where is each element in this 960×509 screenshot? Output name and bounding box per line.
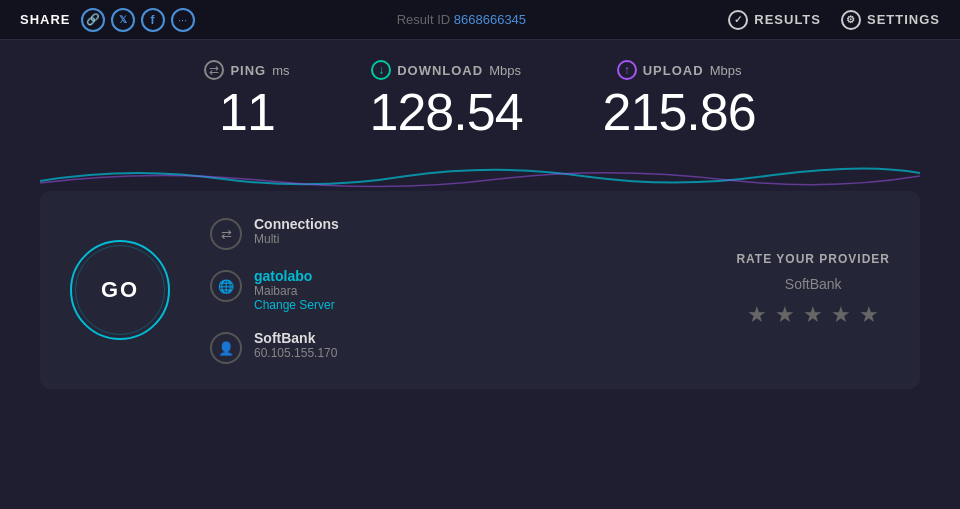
connections-icon: ⇄ (210, 218, 242, 250)
go-label: GO (101, 277, 139, 303)
stars-container: ★ ★ ★ ★ ★ (747, 302, 879, 328)
rate-title: RATE YOUR PROVIDER (736, 252, 890, 266)
result-id[interactable]: 8668666345 (454, 12, 526, 27)
star-3[interactable]: ★ (803, 302, 823, 328)
download-unit: Mbps (489, 63, 521, 78)
provider-ip: 60.105.155.170 (254, 346, 337, 360)
rate-provider-name: SoftBank (785, 276, 842, 292)
main-content: ⇄ PING ms 11 ↓ DOWNLOAD Mbps 128.54 ↑ UP… (0, 40, 960, 509)
wave-line (40, 161, 920, 191)
connections-item: ⇄ Connections Multi (210, 216, 339, 250)
settings-label: SETTINGS (867, 12, 940, 27)
upload-icon: ↑ (617, 60, 637, 80)
top-bar-actions: ✓ RESULTS ⚙ SETTINGS (728, 10, 940, 30)
star-1[interactable]: ★ (747, 302, 767, 328)
upload-value: 215.86 (603, 84, 756, 141)
info-items: ⇄ Connections Multi 🌐 gatolabo Maibara C… (210, 216, 339, 364)
result-info: Result ID 8668666345 (397, 12, 526, 27)
change-server-link[interactable]: Change Server (254, 298, 335, 312)
upload-stat: ↑ UPLOAD Mbps 215.86 (603, 60, 756, 141)
ping-value: 11 (219, 84, 275, 141)
results-button[interactable]: ✓ RESULTS (728, 10, 821, 30)
ping-icon: ⇄ (204, 60, 224, 80)
download-value: 128.54 (370, 84, 523, 141)
rate-provider-section: RATE YOUR PROVIDER SoftBank ★ ★ ★ ★ ★ (736, 252, 890, 328)
connections-value: Multi (254, 232, 339, 246)
star-2[interactable]: ★ (775, 302, 795, 328)
settings-icon: ⚙ (841, 10, 861, 30)
provider-icon: 👤 (210, 332, 242, 364)
settings-button[interactable]: ⚙ SETTINGS (841, 10, 940, 30)
share-label: SHARE (20, 12, 71, 27)
results-label: RESULTS (754, 12, 821, 27)
download-stat: ↓ DOWNLOAD Mbps 128.54 (370, 60, 523, 141)
download-icon: ↓ (371, 60, 391, 80)
link-icon[interactable]: 🔗 (81, 8, 105, 32)
share-icons: 🔗 𝕏 f ··· (81, 8, 195, 32)
star-4[interactable]: ★ (831, 302, 851, 328)
download-label: DOWNLOAD (397, 63, 483, 78)
provider-name: SoftBank (254, 330, 337, 346)
connections-content: Connections Multi (254, 216, 339, 246)
ping-label: PING (230, 63, 266, 78)
server-location: Maibara (254, 284, 335, 298)
provider-item: 👤 SoftBank 60.105.155.170 (210, 330, 339, 364)
server-content: gatolabo Maibara Change Server (254, 268, 335, 312)
ping-unit: ms (272, 63, 289, 78)
more-icon[interactable]: ··· (171, 8, 195, 32)
ping-header: ⇄ PING ms (204, 60, 289, 80)
star-5[interactable]: ★ (859, 302, 879, 328)
server-name: gatolabo (254, 268, 335, 284)
stats-row: ⇄ PING ms 11 ↓ DOWNLOAD Mbps 128.54 ↑ UP… (204, 60, 755, 141)
facebook-icon[interactable]: f (141, 8, 165, 32)
download-header: ↓ DOWNLOAD Mbps (371, 60, 521, 80)
result-label: Result ID (397, 12, 450, 27)
upload-unit: Mbps (710, 63, 742, 78)
results-icon: ✓ (728, 10, 748, 30)
provider-content: SoftBank 60.105.155.170 (254, 330, 337, 360)
ping-stat: ⇄ PING ms 11 (204, 60, 289, 141)
server-item: 🌐 gatolabo Maibara Change Server (210, 268, 339, 312)
upload-label: UPLOAD (643, 63, 704, 78)
go-button[interactable]: GO (70, 240, 170, 340)
server-icon: 🌐 (210, 270, 242, 302)
upload-header: ↑ UPLOAD Mbps (617, 60, 742, 80)
connections-label: Connections (254, 216, 339, 232)
share-section: SHARE 🔗 𝕏 f ··· (20, 8, 195, 32)
top-bar: SHARE 🔗 𝕏 f ··· Result ID 8668666345 ✓ R… (0, 0, 960, 40)
twitter-icon[interactable]: 𝕏 (111, 8, 135, 32)
info-panel: GO ⇄ Connections Multi 🌐 gatolabo Maibar… (40, 191, 920, 389)
